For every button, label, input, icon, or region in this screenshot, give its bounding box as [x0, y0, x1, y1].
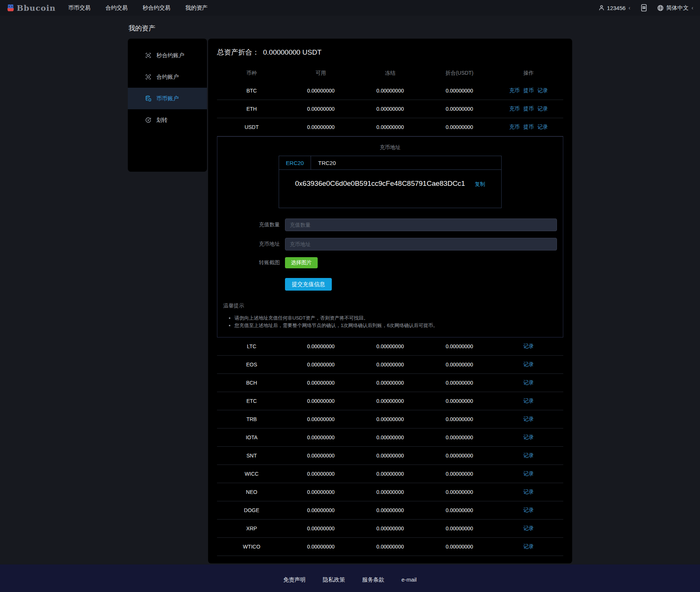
converted-value: 0.00000000 [425, 100, 494, 117]
asset-row: ETH0.000000000.000000000.00000000充币提币记录 [217, 100, 563, 118]
actions-cell: 记录 [494, 465, 563, 483]
records-link[interactable]: 记录 [538, 124, 548, 130]
deposit-link[interactable]: 充币 [509, 124, 520, 130]
available-value: 0.00000000 [286, 392, 355, 410]
deposit-link[interactable]: 充币 [509, 106, 520, 111]
coin-name: TRB [217, 411, 286, 428]
nav-item-my-assets[interactable]: 我的资产 [185, 4, 208, 12]
nav-item-contract-trade[interactable]: 合约交易 [106, 4, 128, 12]
amount-label: 充值数量 [223, 221, 280, 228]
deposit-address-input[interactable] [285, 238, 557, 250]
records-link[interactable]: 记录 [524, 416, 534, 422]
asset-row: ETC0.000000000.000000000.00000000记录 [217, 392, 563, 410]
deposit-link[interactable]: 充币 [509, 87, 520, 93]
converted-value: 0.00000000 [425, 465, 494, 482]
app-download-icon[interactable]: APP [640, 4, 648, 12]
actions-cell: 记录 [494, 356, 563, 373]
sidebar-item-spot-account[interactable]: 币币账户 [128, 88, 207, 109]
footer-link-email[interactable]: e-mail [402, 576, 417, 583]
records-link[interactable]: 记录 [524, 361, 534, 367]
submit-deposit-button[interactable]: 提交充值信息 [285, 278, 332, 291]
actions-cell: 记录 [494, 483, 563, 501]
withdraw-link[interactable]: 提币 [524, 87, 534, 93]
actions-cell: 记录 [494, 538, 563, 556]
bbucoin-logo-icon [6, 3, 15, 13]
notice-title: 温馨提示 [223, 303, 557, 309]
frozen-value: 0.00000000 [356, 374, 425, 391]
converted-value: 0.00000000 [425, 483, 494, 501]
footer-link-disclaimer[interactable]: 免责声明 [283, 576, 306, 583]
user-menu[interactable]: 123456 ‹ [598, 4, 631, 11]
converted-value: 0.00000000 [425, 447, 494, 464]
deposit-section: 充币地址 ERC20 TRC20 0x63936e0C6d0e0B591cc9c… [217, 136, 563, 337]
available-value: 0.00000000 [286, 538, 355, 555]
user-id: 123456 [607, 5, 626, 11]
frozen-value: 0.00000000 [356, 520, 425, 537]
records-link[interactable]: 记录 [524, 452, 534, 458]
actions-cell: 充币提币记录 [494, 82, 563, 100]
language-label: 简体中文 [666, 4, 688, 12]
sidebar-item-second-contract-account[interactable]: 秒合约账户 [128, 45, 207, 66]
user-chevron-icon: ‹ [628, 5, 631, 11]
deposit-form: 充值数量 充币地址 转账截图 选择图片 提交充值信息 [223, 219, 557, 291]
coin-name: ETH [217, 100, 286, 117]
amount-row: 充值数量 [223, 219, 557, 231]
records-link[interactable]: 记录 [524, 379, 534, 385]
records-link[interactable]: 记录 [524, 525, 534, 531]
asset-row: SNT0.000000000.000000000.00000000记录 [217, 447, 563, 465]
available-value: 0.00000000 [286, 411, 355, 428]
asset-row: IOTA0.000000000.000000000.00000000记录 [217, 428, 563, 447]
records-link[interactable]: 记录 [524, 343, 534, 349]
deposit-address-row: 充币地址 [223, 238, 557, 250]
frozen-value: 0.00000000 [356, 465, 425, 482]
withdraw-link[interactable]: 提币 [524, 106, 534, 111]
records-link[interactable]: 记录 [524, 434, 534, 440]
asset-row: TRB0.000000000.000000000.00000000记录 [217, 410, 563, 428]
choose-image-button[interactable]: 选择图片 [285, 257, 318, 268]
asset-row: WTICO0.000000000.000000000.00000000记录 [217, 538, 563, 556]
sidebar-item-transfer[interactable]: 划转 [128, 109, 207, 131]
assets-table-top-rows: BTC0.000000000.000000000.00000000充币提币记录E… [217, 82, 563, 136]
sidebar-item-label: 合约账户 [156, 74, 179, 81]
records-link[interactable]: 记录 [524, 543, 534, 549]
frozen-value: 0.00000000 [356, 356, 425, 373]
records-link[interactable]: 记录 [538, 106, 548, 111]
main-nav: 币币交易 合约交易 秒合约交易 我的资产 [68, 4, 208, 12]
nav-item-second-contract-trade[interactable]: 秒合约交易 [143, 4, 171, 12]
nav-item-spot-trade[interactable]: 币币交易 [68, 4, 91, 12]
available-value: 0.00000000 [286, 465, 355, 482]
asset-row: XRP0.000000000.000000000.00000000记录 [217, 520, 563, 538]
coin-name: WICC [217, 465, 286, 482]
amount-input[interactable] [285, 219, 557, 231]
notice-item: 请勿向上述地址充值任何非USDT资产，否则资产将不可找回。 [234, 314, 557, 321]
assets-main-panel: 总资产折合：0.00000000 USDT 币种可用冻结折合(USDT)操作 B… [208, 39, 572, 563]
asset-row: USDT0.000000000.000000000.00000000充币提币记录 [217, 118, 563, 136]
asset-row: BCH0.000000000.000000000.00000000记录 [217, 374, 563, 392]
coins-icon [145, 95, 152, 102]
converted-value: 0.00000000 [425, 520, 494, 537]
records-link[interactable]: 记录 [538, 87, 548, 93]
scan-frame-icon [145, 52, 152, 59]
tab-trc20[interactable]: TRC20 [311, 156, 343, 169]
brand-logo[interactable]: Bbucoin [6, 3, 56, 13]
copy-address-link[interactable]: 复制 [475, 181, 485, 187]
records-link[interactable]: 记录 [524, 507, 534, 513]
actions-cell: 记录 [494, 337, 563, 355]
brand-name: Bbucoin [17, 3, 56, 13]
sidebar-item-contract-account[interactable]: 合约账户 [128, 66, 207, 88]
records-link[interactable]: 记录 [524, 470, 534, 476]
col-coin: 币种 [217, 65, 286, 82]
footer-link-privacy[interactable]: 隐私政策 [323, 576, 345, 583]
assets-table: 币种可用冻结折合(USDT)操作 BTC0.000000000.00000000… [217, 65, 563, 556]
withdraw-link[interactable]: 提币 [524, 124, 534, 130]
coin-name: SNT [217, 447, 286, 464]
tab-erc20[interactable]: ERC20 [279, 156, 311, 169]
records-link[interactable]: 记录 [524, 489, 534, 495]
records-link[interactable]: 记录 [524, 398, 534, 404]
user-icon [598, 4, 605, 11]
available-value: 0.00000000 [286, 429, 355, 446]
coin-name: ETC [217, 392, 286, 410]
assets-sidebar: 秒合约账户 合约账户 [128, 39, 207, 172]
language-selector[interactable]: 简体中文 ‹ [657, 4, 694, 12]
footer-link-terms[interactable]: 服务条款 [362, 576, 385, 583]
